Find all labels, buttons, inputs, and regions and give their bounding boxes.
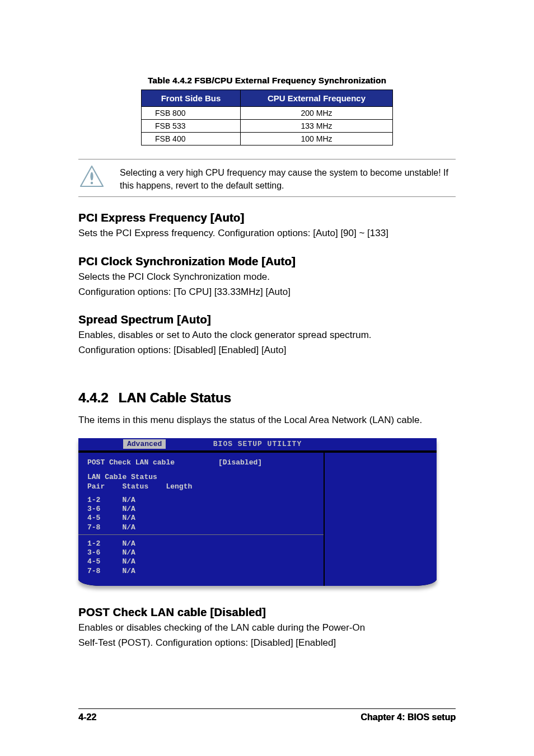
bios-block-1: 1-2 N/A 3-6 N/A 4-5 N/A 7-8 N/A — [87, 495, 315, 532]
bios-pair-row: 1-2 N/A — [87, 496, 315, 505]
table-caption: Table 4.4.2 FSB/CPU External Frequency S… — [78, 76, 456, 85]
bios-screenshot-wrap: BIOS SETUP UTILITY Advanced POST Check L… — [78, 438, 456, 586]
bios-tab-advanced[interactable]: Advanced — [123, 439, 166, 449]
cell-fsb: FSB 800 — [142, 107, 241, 120]
chapter-label: Chapter 4: BIOS setup — [360, 712, 456, 722]
section-intro: The items in this menu displays the stat… — [78, 414, 456, 428]
bios-pair-row: 3-6 N/A — [87, 505, 315, 514]
bios-item-post-check[interactable]: POST Check LAN cable [Disabled] — [87, 458, 315, 467]
heading-spread-spectrum: Spread Spectrum [Auto] — [78, 313, 456, 326]
warning-text: Selecting a very high CPU frequency may … — [120, 164, 456, 192]
table-row: FSB 400 100 MHz — [142, 133, 393, 145]
bios-body: POST Check LAN cable [Disabled] LAN Cabl… — [78, 452, 437, 586]
desc-spread-2: Configuration options: [Disabled] [Enabl… — [78, 344, 456, 358]
cell-fsb: FSB 400 — [142, 133, 241, 145]
warning-icon — [78, 164, 105, 191]
table-header-fsb: Front Side Bus — [142, 90, 241, 107]
bios-separator — [78, 534, 324, 535]
desc-post-check-1: Enables or disables checking of the LAN … — [78, 621, 456, 635]
bios-left-pane: POST Check LAN cable [Disabled] LAN Cabl… — [78, 453, 325, 586]
bios-tabbar: BIOS SETUP UTILITY Advanced — [78, 438, 437, 452]
section-heading: 4.4.2LAN Cable Status — [78, 390, 456, 406]
table-row: FSB 800 200 MHz — [142, 107, 393, 120]
desc-post-check-2: Self-Test (POST). Configuration options:… — [78, 636, 456, 650]
freq-sync-table: Front Side Bus CPU External Frequency FS… — [141, 90, 393, 145]
page-number: 4-22 — [78, 712, 96, 722]
bios-pair-row: 3-6 N/A — [87, 548, 315, 557]
desc-pci-clock-2: Configuration options: [To CPU] [33.33MH… — [78, 285, 456, 299]
table-header-cpu: CPU External Frequency — [241, 90, 393, 107]
cell-fsb: FSB 533 — [142, 120, 241, 133]
cell-freq: 200 MHz — [241, 107, 393, 120]
bios-pair-row: 7-8 N/A — [87, 567, 315, 576]
bios-pair-row: 4-5 N/A — [87, 557, 315, 566]
section-number: 4.4.2 — [78, 390, 108, 405]
heading-pci-express: PCI Express Frequency [Auto] — [78, 212, 456, 224]
desc-pci-express: Sets the PCI Express frequency. Configur… — [78, 227, 456, 241]
cell-freq: 100 MHz — [241, 133, 393, 145]
heading-post-check: POST Check LAN cable [Disabled] — [78, 606, 456, 619]
table-row: FSB 533 133 MHz — [142, 120, 393, 133]
bios-block-2: 1-2 N/A 3-6 N/A 4-5 N/A 7-8 N/A — [87, 538, 315, 576]
bios-pair-row: 4-5 N/A — [87, 514, 315, 523]
section-title: LAN Cable Status — [118, 390, 231, 405]
warning-note: Selecting a very high CPU frequency may … — [78, 159, 456, 197]
svg-point-0 — [90, 172, 93, 181]
desc-pci-clock-1: Selects the PCI Clock Synchronization mo… — [78, 270, 456, 284]
svg-point-1 — [91, 182, 93, 184]
manual-page: Table 4.4.2 FSB/CPU External Frequency S… — [0, 0, 534, 756]
bios-group-label: LAN Cable Status — [87, 473, 315, 482]
bios-pair-row: 7-8 N/A — [87, 523, 315, 532]
desc-spread-1: Enables, disables or set to Auto the clo… — [78, 328, 456, 342]
bios-right-pane — [325, 453, 437, 586]
page-content: Table 4.4.2 FSB/CPU External Frequency S… — [78, 76, 456, 651]
cell-freq: 133 MHz — [241, 120, 393, 133]
bios-screenshot: BIOS SETUP UTILITY Advanced POST Check L… — [78, 438, 437, 586]
page-footer: 4-22 Chapter 4: BIOS setup — [78, 708, 456, 722]
bios-columns: Pair Status Length — [87, 482, 315, 491]
heading-pci-clock: PCI Clock Synchronization Mode [Auto] — [78, 255, 456, 268]
bios-pair-row: 1-2 N/A — [87, 539, 315, 548]
